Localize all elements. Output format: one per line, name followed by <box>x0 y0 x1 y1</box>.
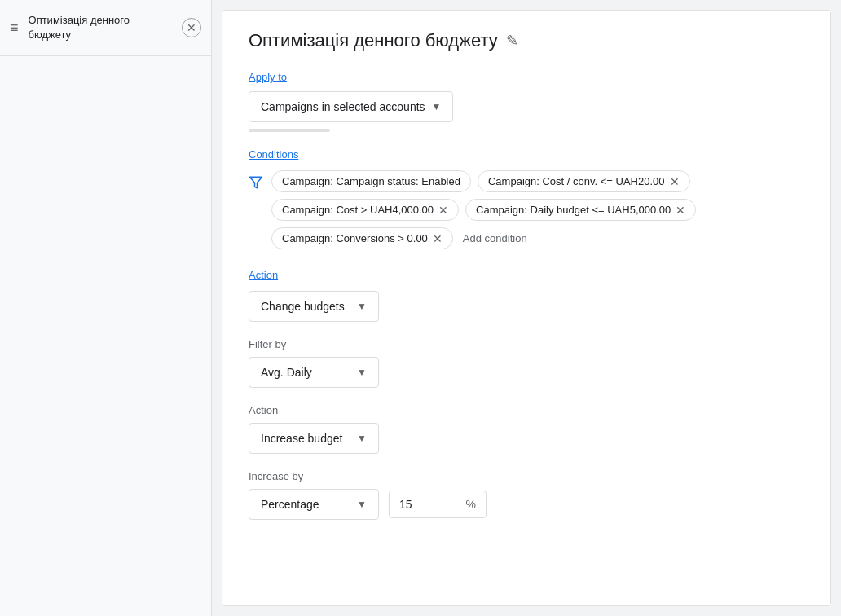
filter-by-label: Filter by <box>249 338 804 350</box>
increase-by-section: Increase by Percentage ▼ 15 % <box>249 470 804 520</box>
close-icon: ✕ <box>187 21 196 34</box>
chip-status: Campaign: Campaign status: Enabled <box>271 170 471 192</box>
action-sub-label: Action <box>249 404 804 416</box>
increase-by-row: Percentage ▼ 15 % <box>249 489 804 520</box>
svg-marker-0 <box>250 177 262 188</box>
percentage-symbol: % <box>466 498 476 511</box>
conditions-row: Campaign: Campaign status: Enabled Campa… <box>249 170 804 249</box>
filter-by-value: Avg. Daily <box>261 366 312 379</box>
chips-container: Campaign: Campaign status: Enabled Campa… <box>271 170 804 249</box>
chip-conversions-close-icon[interactable]: ✕ <box>433 233 443 244</box>
apply-to-section: Apply to Campaigns in selected accounts … <box>249 71 804 132</box>
sidebar-title: Оптимізація денного бюджету <box>29 13 172 42</box>
change-budgets-arrow-icon: ▼ <box>357 301 367 312</box>
apply-to-dropdown[interactable]: Campaigns in selected accounts ▼ <box>249 91 453 122</box>
chip-conversions: Campaign: Conversions > 0.00 ✕ <box>271 227 453 249</box>
percentage-input[interactable]: 15 % <box>389 491 487 518</box>
percentage-arrow-icon: ▼ <box>357 499 367 510</box>
chip-daily-budget-close-icon[interactable]: ✕ <box>676 205 685 216</box>
loading-bar <box>249 129 330 132</box>
main-content: Оптимізація денного бюджету ✎ Apply to C… <box>222 10 831 606</box>
filter-by-dropdown[interactable]: Avg. Daily ▼ <box>249 357 379 388</box>
change-budgets-dropdown[interactable]: Change budgets ▼ <box>249 291 379 322</box>
close-button[interactable]: ✕ <box>182 18 201 37</box>
chip-conversions-text: Campaign: Conversions > 0.00 <box>282 232 428 244</box>
action-sub-section: Action Increase budget ▼ <box>249 404 804 454</box>
percentage-label: Percentage <box>261 498 319 511</box>
edit-icon[interactable]: ✎ <box>506 32 518 50</box>
filter-by-arrow-icon: ▼ <box>357 367 367 378</box>
chip-daily-budget-text: Campaign: Daily budget <= UAH5,000.00 <box>476 204 671 216</box>
chip-cost-conv-close-icon[interactable]: ✕ <box>670 176 680 187</box>
sidebar-header: ≡ Оптимізація денного бюджету ✕ <box>0 0 211 56</box>
chip-daily-budget: Campaign: Daily budget <= UAH5,000.00 ✕ <box>465 199 696 221</box>
chip-cost-conv: Campaign: Cost / conv. <= UAH20.00 ✕ <box>478 170 690 192</box>
apply-to-label: Apply to <box>249 71 804 83</box>
chip-cost-conv-text: Campaign: Cost / conv. <= UAH20.00 <box>488 175 665 187</box>
apply-to-value: Campaigns in selected accounts <box>261 100 425 113</box>
title-row: Оптимізація денного бюджету ✎ <box>249 30 804 51</box>
sidebar: ≡ Оптимізація денного бюджету ✕ <box>0 0 212 616</box>
increase-budget-value: Increase budget <box>261 432 342 445</box>
increase-budget-dropdown[interactable]: Increase budget ▼ <box>249 423 379 454</box>
filter-by-section: Filter by Avg. Daily ▼ <box>249 338 804 388</box>
apply-to-arrow-icon: ▼ <box>432 101 442 112</box>
conditions-label: Conditions <box>249 148 804 161</box>
chip-cost-text: Campaign: Cost > UAH4,000.00 <box>282 204 434 216</box>
increase-budget-arrow-icon: ▼ <box>357 433 367 444</box>
percentage-value: 15 <box>399 498 412 511</box>
add-condition-button[interactable]: Add condition <box>460 228 531 249</box>
action-label: Action <box>249 269 804 281</box>
action-section: Action Change budgets ▼ <box>249 269 804 322</box>
hamburger-icon[interactable]: ≡ <box>10 20 19 37</box>
increase-by-label: Increase by <box>249 470 804 482</box>
conditions-section: Conditions Campaign: Campaign status: En… <box>249 148 804 249</box>
chip-cost-close-icon[interactable]: ✕ <box>438 205 448 216</box>
filter-icon <box>249 175 263 194</box>
change-budgets-value: Change budgets <box>261 300 345 313</box>
chip-cost: Campaign: Cost > UAH4,000.00 ✕ <box>271 199 459 221</box>
page-title: Оптимізація денного бюджету <box>249 30 498 51</box>
chip-status-text: Campaign: Campaign status: Enabled <box>282 175 460 187</box>
percentage-dropdown[interactable]: Percentage ▼ <box>249 489 379 520</box>
